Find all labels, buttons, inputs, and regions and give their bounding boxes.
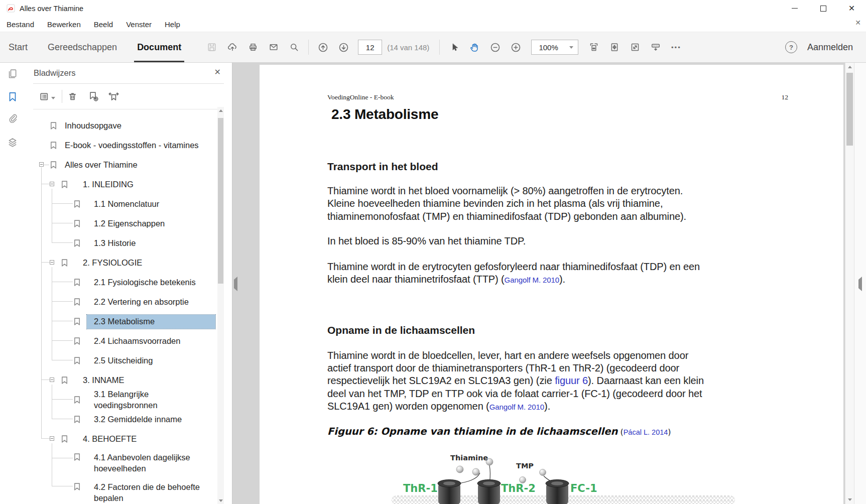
fit-width-button[interactable] — [583, 37, 604, 58]
bookmarks-toolbar — [25, 84, 232, 109]
bookmark-item[interactable]: 3.2 Gemiddelde inname — [25, 410, 232, 429]
actual-size-button[interactable] — [625, 37, 645, 58]
bookmark-item[interactable]: 1.3 Historie — [25, 233, 232, 253]
scroll-up-icon[interactable] — [845, 63, 854, 71]
bookmark-item[interactable]: Alles over Thiamine — [25, 155, 232, 175]
bookmark-label: 4.1 Aanbevolen dagelijkse hoeveelheden — [87, 451, 215, 476]
sign-in-button[interactable]: Aanmelden — [807, 42, 853, 53]
text-run: Thiamine wordt in de erytrocyten gefosfo… — [327, 261, 700, 272]
tab-document[interactable]: Document — [137, 32, 181, 62]
bookmark-label: 2.5 Uitscheiding — [87, 354, 215, 368]
bookmark-item[interactable]: 2.2 Vertering en absorptie — [25, 292, 232, 312]
select-tool-button[interactable] — [444, 37, 464, 58]
link[interactable]: Pácal L. 2014 — [624, 428, 668, 436]
bookmark-icon — [73, 337, 81, 345]
text-run: actief transport door de thiaminetranspo… — [327, 362, 679, 373]
bookmark-item[interactable]: 1.1 Nomenclatuur — [25, 194, 232, 214]
expand-current-bookmark-button[interactable] — [108, 91, 119, 102]
menu-beeld[interactable]: Beeld — [87, 20, 119, 29]
print-button[interactable] — [242, 37, 263, 58]
bookmark-label: 3.2 Gemiddelde inname — [87, 413, 215, 427]
scrollbar-thumb[interactable] — [218, 118, 223, 284]
close-button[interactable]: ✕ — [837, 0, 866, 17]
zoom-out-button[interactable] — [485, 37, 506, 58]
maximize-button[interactable] — [809, 0, 837, 17]
zoom-level-select[interactable]: 100% — [531, 40, 578, 55]
text-run: respectievelijk het SLC19A2 en SLC19A3 g… — [327, 375, 555, 386]
collapse-panel-handle[interactable] — [234, 280, 237, 289]
close-icon: ✕ — [848, 5, 855, 13]
bookmark-item[interactable]: 4.2 Factoren die de behoefte bepalen — [25, 478, 232, 504]
bookmark-label: Inhoudsopgave — [58, 119, 215, 133]
bookmark-item[interactable]: 2.4 Lichaamsvoorraden — [25, 331, 232, 351]
collapse-toggle[interactable] — [39, 162, 44, 167]
add-bookmark-button[interactable] — [88, 91, 99, 102]
scroll-down-icon[interactable] — [217, 497, 224, 504]
bookmark-label: 3.1 Belangrijke voedingsbronnen — [87, 388, 215, 413]
bookmark-item[interactable]: 2.5 Uitscheiding — [25, 351, 232, 370]
window-controls: ✕ — [780, 0, 866, 17]
previous-page-button[interactable] — [313, 37, 333, 58]
collapse-toggle[interactable] — [50, 436, 54, 441]
text-run: SLC19A1 gen) worden opgenomen ( — [327, 401, 489, 412]
bookmark-label: 2.2 Vertering en absorptie — [87, 295, 215, 309]
attachments-panel-button[interactable] — [7, 112, 19, 124]
bookmarks-scrollbar[interactable] — [217, 107, 224, 504]
collapse-toggle[interactable] — [50, 377, 54, 382]
read-mode-button[interactable] — [645, 37, 666, 58]
minimize-button[interactable] — [780, 0, 809, 17]
save-button[interactable] — [201, 37, 222, 58]
panel-close-icon[interactable]: ✕ — [214, 68, 221, 76]
menu-venster[interactable]: Venster — [119, 20, 158, 29]
scroll-up-icon[interactable] — [217, 107, 224, 114]
bookmark-item[interactable]: 2. FYSIOLOGIE — [25, 253, 232, 273]
bookmark-item[interactable]: 4. BEHOEFTE — [25, 429, 232, 449]
minimize-icon — [792, 8, 798, 9]
bookmark-arrows-icon — [108, 91, 119, 102]
scroll-down-icon[interactable] — [845, 495, 854, 504]
bookmark-item-selected[interactable]: 2.3 Metabolisme — [25, 312, 232, 331]
bookmark-item[interactable]: 1. INLEIDING — [25, 175, 232, 194]
menu-bewerken[interactable]: Bewerken — [41, 20, 87, 29]
bookmark-item[interactable]: Inhoudsopgave — [25, 116, 232, 136]
page-header-text: VoedingOnline - E-book — [327, 93, 394, 101]
bookmarks-tree: Inhoudsopgave E-book - voedingsstoffen -… — [25, 116, 232, 504]
bookmark-label: 4. BEHOEFTE — [76, 432, 215, 446]
link[interactable]: Gangolf M. 2010 — [489, 403, 544, 411]
menu-help[interactable]: Help — [158, 20, 187, 29]
bookmark-item[interactable]: 2.1 Fysiologische betekenis — [25, 273, 232, 292]
more-tools-button[interactable]: ••• — [666, 37, 686, 58]
page-number-input[interactable] — [358, 40, 382, 55]
tab-start[interactable]: Start — [9, 32, 28, 62]
collapse-toggle[interactable] — [50, 182, 54, 186]
bookmark-item[interactable]: 3.1 Belangrijke voedingsbronnen — [25, 390, 232, 410]
fit-page-button[interactable] — [604, 37, 625, 58]
bookmarks-panel-button[interactable] — [7, 91, 19, 103]
email-button[interactable] — [263, 37, 284, 58]
help-button[interactable]: ? — [785, 41, 797, 53]
bookmark-options-button[interactable] — [39, 91, 55, 102]
bookmark-item[interactable]: E-book - voedingsstoffen - vitamines — [25, 136, 232, 155]
menubar-close-icon[interactable]: ✕ — [855, 19, 861, 26]
link[interactable]: figuur 6 — [555, 375, 588, 386]
tab-gereedschappen[interactable]: Gereedschappen — [48, 32, 117, 62]
hand-tool-button[interactable] — [464, 37, 485, 58]
bookmark-item[interactable]: 4.1 Aanbevolen dagelijkse hoeveelheden — [25, 449, 232, 478]
next-page-button[interactable] — [333, 37, 354, 58]
read-mode-icon — [651, 42, 661, 52]
collapse-toggle[interactable] — [50, 260, 54, 265]
zoom-in-button[interactable] — [506, 37, 526, 58]
bookmark-item[interactable]: 1.2 Eigenschappen — [25, 214, 232, 233]
menu-bestand[interactable]: Bestand — [0, 20, 41, 29]
expand-tools-handle[interactable] — [858, 280, 862, 289]
link[interactable]: Gangolf M. 2010 — [505, 276, 559, 284]
document-scrollbar[interactable] — [845, 63, 854, 504]
share-button[interactable] — [222, 37, 242, 58]
layers-panel-button[interactable] — [7, 137, 19, 149]
page-thumbnails-button[interactable] — [7, 68, 19, 80]
paperclip-icon — [7, 113, 18, 124]
search-button[interactable] — [284, 37, 304, 58]
delete-bookmark-button[interactable] — [67, 91, 78, 102]
scrollbar-thumb[interactable] — [846, 73, 853, 146]
bookmark-label: 2.1 Fysiologische betekenis — [87, 276, 215, 290]
